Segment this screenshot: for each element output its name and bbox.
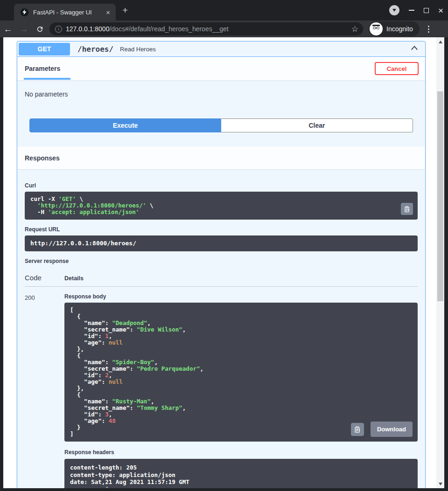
code-column-header: Code [25, 274, 64, 282]
details-column-header: Details [64, 275, 84, 282]
http-method-badge: GET [19, 43, 70, 55]
browser-titlebar: FastAPI - Swagger UI × + × [0, 0, 448, 21]
url-host: 127.0.0.1:8000 [66, 25, 109, 33]
collapse-chevron-icon[interactable] [408, 43, 420, 55]
scrollbar-thumb[interactable] [437, 91, 443, 301]
curl-label: Curl [25, 182, 418, 189]
forward-button[interactable]: → [16, 25, 32, 34]
back-button[interactable]: ← [0, 25, 16, 34]
request-url-value: http://127.0.0.1:8000/heroes/ [30, 240, 136, 247]
opblock-get-heroes: GET /heroes/ Read Heroes Parameters Canc… [17, 41, 426, 488]
execute-wrapper: Execute Clear [29, 118, 413, 132]
clear-button[interactable]: Clear [221, 118, 413, 132]
tab-close-icon[interactable]: × [104, 9, 112, 16]
tab-search-button[interactable] [389, 5, 399, 15]
endpoint-summary: Read Heroes [120, 46, 408, 53]
response-body-block: [ { "name": "Deadpond", "secret_name": "… [64, 303, 418, 442]
scrollbar-down-arrow[interactable] [436, 480, 444, 487]
download-button[interactable]: Download [371, 422, 413, 437]
no-parameters-text: No parameters [17, 80, 425, 98]
server-response-label: Server response [25, 258, 418, 264]
browser-tab[interactable]: FastAPI - Swagger UI × [14, 4, 116, 21]
swagger-page: GET /heroes/ Read Heroes Parameters Canc… [3, 37, 436, 488]
endpoint-path: /heroes/ [77, 45, 113, 54]
table-divider [25, 286, 418, 287]
responses-title: Responses [25, 154, 60, 162]
responses-section-header: Responses [17, 146, 425, 169]
parameters-section-header: Parameters Cancel [17, 57, 425, 80]
curl-copy-button[interactable] [401, 203, 413, 215]
opblock-summary[interactable]: GET /heroes/ Read Heroes [17, 41, 425, 57]
curl-code-block: curl -X 'GET' \ 'http://127.0.0.1:8000/h… [25, 192, 418, 220]
parameters-title: Parameters [25, 65, 60, 72]
response-copy-button[interactable] [351, 423, 364, 436]
request-url-label: Request URL [25, 226, 418, 233]
response-table-header: Code Details [25, 274, 418, 282]
page-scrollbar[interactable] [436, 37, 444, 488]
response-headers-label: Response headers [64, 449, 418, 456]
status-code: 200 [25, 293, 64, 488]
address-bar[interactable]: i 127.0.0.1:8000/docs#/default/read_hero… [49, 22, 363, 35]
menu-kebab-icon[interactable] [424, 24, 433, 35]
request-url-block: http://127.0.0.1:8000/heroes/ [25, 235, 418, 251]
response-headers-block: content-length: 205content-type: applica… [64, 459, 418, 488]
tab-title: FastAPI - Swagger UI [33, 9, 99, 16]
parameters-active-underline [24, 78, 70, 80]
incognito-label: Incognito [386, 25, 413, 33]
minimize-button[interactable] [409, 10, 414, 11]
cancel-button[interactable]: Cancel [375, 62, 419, 75]
response-row-200: 200 Response body [ { "name": "Deadpond"… [25, 293, 418, 488]
bookmark-star-icon[interactable]: ☆ [351, 24, 358, 34]
response-body-label: Response body [64, 293, 418, 300]
page-info-icon[interactable]: i [55, 26, 62, 33]
browser-toolbar: ← → i 127.0.0.1:8000/docs#/default/read_… [0, 21, 448, 37]
maximize-button[interactable] [424, 8, 429, 13]
page-viewport: GET /heroes/ Read Heroes Parameters Canc… [3, 37, 444, 488]
new-tab-button[interactable]: + [122, 5, 128, 16]
execute-button[interactable]: Execute [29, 118, 221, 132]
incognito-icon [370, 22, 383, 35]
window-close-button[interactable]: × [438, 6, 443, 15]
reload-button[interactable] [32, 25, 48, 33]
fastapi-favicon-icon [21, 8, 28, 16]
responses-body: Curl curl -X 'GET' \ 'http://127.0.0.1:8… [17, 169, 425, 488]
incognito-badge: Incognito [369, 21, 420, 36]
url-path: /docs#/default/read_heroes_heroes__get [109, 25, 228, 33]
url-text: 127.0.0.1:8000/docs#/default/read_heroes… [66, 25, 348, 33]
browser-window: FastAPI - Swagger UI × + × ← → i 127.0.0… [0, 0, 448, 491]
scrollbar-up-arrow[interactable] [436, 38, 444, 45]
